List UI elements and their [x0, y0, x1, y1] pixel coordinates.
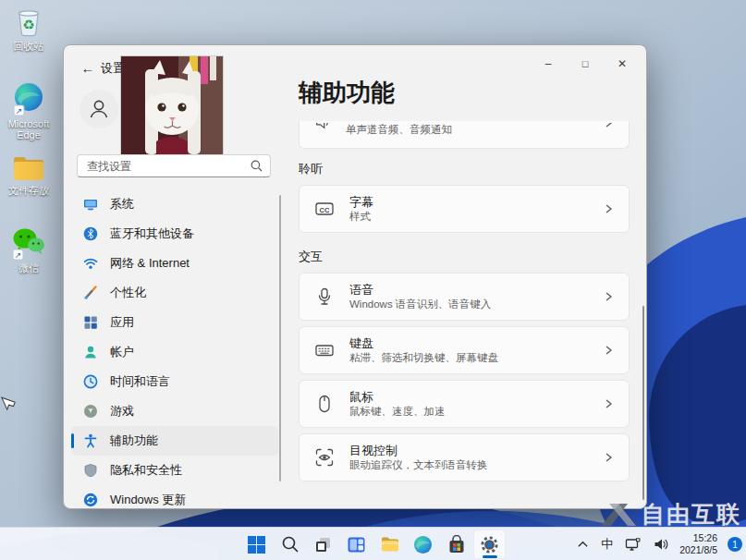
- network-icon[interactable]: [623, 531, 643, 557]
- folder-icon: [11, 153, 46, 183]
- desktop-icon-wechat[interactable]: ↗ 微信: [0, 225, 59, 274]
- gaming-icon: [83, 404, 98, 419]
- task-view-button[interactable]: [307, 530, 339, 559]
- personalization-icon: [83, 286, 98, 300]
- desktop-icon-label: 微信: [0, 262, 59, 274]
- sidebar-item-accounts[interactable]: 帐户: [71, 337, 278, 367]
- content-scrollbar[interactable]: [642, 306, 644, 500]
- store-icon: [447, 535, 466, 554]
- sidebar-scrollbar[interactable]: [279, 195, 281, 481]
- sidebar-nav: 系统 蓝牙和其他设备 网络 & Internet 个性化 应用 帐户: [71, 189, 278, 509]
- sidebar-item-label: Windows 更新: [110, 492, 186, 508]
- section-header-hearing: 聆听: [299, 161, 323, 177]
- desktop-icon-edge[interactable]: ↗ Microsoft Edge: [0, 81, 59, 140]
- back-button[interactable]: ←: [77, 58, 99, 77]
- windows-update-icon: [83, 493, 98, 507]
- card-captions[interactable]: CC 字幕 样式: [299, 185, 630, 233]
- chevron-right-icon: [603, 345, 614, 356]
- card-subtitle: 眼动追踪仪，文本到语音转换: [349, 459, 588, 471]
- file-explorer-button[interactable]: [373, 530, 406, 559]
- apps-icon: [83, 315, 98, 330]
- section-header-interaction: 交互: [299, 249, 323, 265]
- cc-captions-icon: CC: [314, 199, 335, 219]
- sidebar-item-apps[interactable]: 应用: [71, 308, 278, 337]
- system-icon: [83, 197, 98, 212]
- sidebar-item-label: 游戏: [110, 403, 134, 420]
- tray-time: 15:26: [679, 532, 717, 544]
- page-title: 辅助功能: [299, 77, 395, 109]
- sidebar-item-bluetooth[interactable]: 蓝牙和其他设备: [71, 219, 278, 249]
- svg-text:↗: ↗: [15, 250, 22, 260]
- taskbar-search-button[interactable]: [274, 530, 306, 559]
- card-mouse[interactable]: 鼠标 鼠标键、速度、加速: [299, 380, 630, 428]
- sidebar-item-label: 辅助功能: [110, 432, 158, 449]
- mouse-icon: [314, 394, 335, 414]
- card-eye-control[interactable]: 目视控制 眼动追踪仪，文本到语音转换: [299, 433, 630, 481]
- card-title: 键盘: [349, 336, 588, 350]
- card-audio-clipped[interactable]: 单声道音频、音频通知: [299, 121, 630, 149]
- recycle-bin-icon: ♻: [12, 6, 45, 39]
- sidebar-item-personalization[interactable]: 个性化: [71, 278, 278, 308]
- network-icon: [83, 256, 98, 271]
- minimize-button[interactable]: –: [530, 51, 567, 77]
- sidebar-item-accessibility[interactable]: 辅助功能: [71, 426, 278, 456]
- sidebar-item-windows-update[interactable]: Windows 更新: [71, 485, 278, 509]
- task-view-icon: [313, 535, 333, 554]
- start-button[interactable]: [240, 530, 273, 559]
- card-title: 语音: [349, 283, 588, 297]
- close-button[interactable]: ✕: [604, 51, 641, 77]
- edge-button[interactable]: [407, 530, 439, 559]
- maximize-button[interactable]: □: [567, 51, 604, 77]
- card-title: 鼠标: [349, 390, 588, 404]
- avatar[interactable]: [79, 90, 118, 128]
- sidebar-item-label: 帐户: [110, 344, 134, 360]
- desktop: ♻ 回收站 ↗ Microsoft Edge 文件存放: [0, 0, 746, 560]
- card-subtitle: 单声道音频、音频通知: [346, 123, 588, 136]
- bluetooth-icon: [83, 226, 98, 241]
- settings-button[interactable]: [473, 530, 506, 559]
- desktop-icon-label: 回收站: [0, 41, 59, 52]
- desktop-icon-folder[interactable]: 文件存放: [0, 153, 59, 196]
- sidebar-item-gaming[interactable]: 游戏: [71, 396, 278, 426]
- sidebar-item-time-language[interactable]: 时间和语言: [71, 367, 278, 396]
- volume-icon[interactable]: [652, 531, 671, 557]
- chevron-right-icon: [603, 291, 614, 302]
- search-input[interactable]: [85, 159, 251, 174]
- window-controls: – □ ✕: [530, 51, 641, 77]
- wechat-icon: ↗: [11, 225, 46, 261]
- sidebar-item-label: 个性化: [110, 285, 146, 301]
- card-subtitle: Windows 语音识别、语音键入: [349, 298, 588, 310]
- tray-clock[interactable]: 15:26 2021/8/5: [679, 532, 717, 556]
- search-box: [77, 154, 271, 177]
- system-tray: 中 15:26 2021/8/5 1: [575, 528, 742, 560]
- time-language-icon: [83, 374, 98, 389]
- ime-indicator[interactable]: 中: [599, 531, 615, 557]
- svg-text:♻: ♻: [22, 17, 34, 32]
- card-subtitle: 样式: [349, 211, 588, 223]
- user-avatar-photo: [121, 56, 223, 154]
- edge-icon: ↗: [12, 81, 45, 116]
- desktop-icon-recycle-bin[interactable]: ♻ 回收站: [0, 6, 59, 52]
- card-speech[interactable]: 语音 Windows 语音识别、语音键入: [299, 273, 630, 321]
- widgets-button[interactable]: [340, 530, 373, 559]
- speaker-icon: [314, 123, 331, 131]
- sidebar-item-privacy[interactable]: 隐私和安全性: [71, 456, 278, 485]
- sidebar-item-network[interactable]: 网络 & Internet: [71, 249, 278, 278]
- svg-text:↗: ↗: [16, 106, 23, 116]
- sidebar-item-label: 蓝牙和其他设备: [110, 225, 194, 242]
- card-title: 字幕: [349, 195, 588, 209]
- chevron-right-icon: [603, 123, 614, 131]
- eye-control-icon: [314, 447, 335, 468]
- tray-chevron-up-icon[interactable]: [575, 531, 591, 557]
- accounts-icon: [83, 345, 98, 359]
- sidebar-item-label: 隐私和安全性: [110, 462, 182, 479]
- mouse-cursor: [0, 391, 17, 411]
- sidebar-item-label: 时间和语言: [110, 373, 170, 390]
- card-keyboard[interactable]: 键盘 粘滞、筛选和切换键、屏幕键盘: [299, 326, 630, 374]
- notification-badge[interactable]: 1: [728, 537, 742, 552]
- store-button[interactable]: [440, 530, 472, 559]
- settings-window: ← 设置 – □ ✕: [63, 44, 647, 509]
- svg-text:CC: CC: [320, 206, 330, 214]
- keyboard-icon: [314, 340, 335, 360]
- sidebar-item-system[interactable]: 系统: [71, 189, 278, 219]
